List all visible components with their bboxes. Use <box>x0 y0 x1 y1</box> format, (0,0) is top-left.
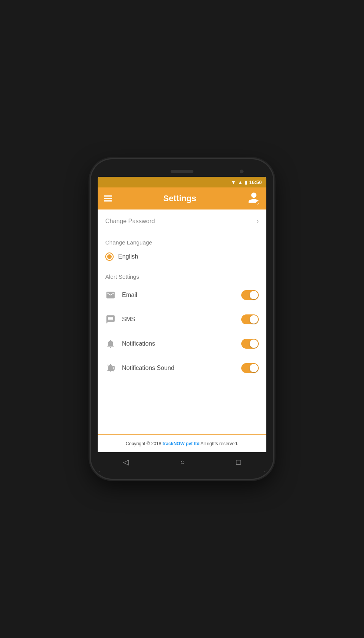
change-password-label: Change Password <box>105 218 155 225</box>
sms-icon <box>105 314 116 325</box>
hamburger-menu-icon[interactable] <box>104 195 112 202</box>
sms-toggle[interactable] <box>241 314 259 324</box>
status-bar: ▼ ▲ ▮ 16:50 <box>98 177 266 187</box>
back-button[interactable]: ◁ <box>123 457 129 467</box>
sms-alert-row: SMS <box>98 307 266 332</box>
content-area: Change Password › Change Language Englis… <box>98 209 266 452</box>
notifications-toggle-knob <box>250 340 258 348</box>
footer-text: Copyright © 2018 trackNOW pvt ltd All ri… <box>126 441 238 446</box>
radio-inner <box>107 254 112 259</box>
bottom-nav: ◁ ○ □ <box>98 452 266 472</box>
notifications-toggle[interactable] <box>241 339 259 349</box>
phone-top-bar <box>98 166 266 177</box>
wifi-icon: ▼ <box>231 179 236 185</box>
battery-icon: ▮ <box>245 179 247 185</box>
notifications-sound-alert-row: Notifications Sound <box>98 356 266 380</box>
notifications-sound-toggle[interactable] <box>241 363 259 373</box>
notification-sound-icon <box>105 363 116 373</box>
change-language-header: Change Language <box>98 233 266 249</box>
change-language-section: Change Language English <box>98 233 266 267</box>
email-alert-left: Email <box>105 290 137 300</box>
signal-icon: ▲ <box>238 179 243 185</box>
notifications-sound-toggle-knob <box>250 364 258 372</box>
phone-camera <box>240 170 244 173</box>
sms-label: SMS <box>122 316 135 323</box>
copyright-text: Copyright © 2018 <box>126 441 163 446</box>
status-time: 16:50 <box>249 179 262 185</box>
notification-icon <box>105 338 116 349</box>
home-button[interactable]: ○ <box>180 458 185 467</box>
brand-name: trackNOW pvt ltd <box>163 441 199 446</box>
profile-check-icon: ✓ <box>256 201 261 206</box>
rights-text: All rights reserved. <box>199 441 238 446</box>
sms-alert-left: SMS <box>105 314 135 325</box>
email-alert-row: Email <box>98 283 266 307</box>
email-toggle-knob <box>250 291 258 299</box>
english-label: English <box>118 253 138 260</box>
chevron-right-icon: › <box>256 217 259 225</box>
svg-point-0 <box>113 367 115 370</box>
phone-speaker <box>171 170 193 173</box>
app-bar: Settings ✓ <box>98 187 266 209</box>
sms-toggle-knob <box>250 315 258 324</box>
phone-frame: ▼ ▲ ▮ 16:50 Settings ✓ <box>91 159 273 479</box>
change-password-section: Change Password › <box>98 209 266 233</box>
footer: Copyright © 2018 trackNOW pvt ltd All ri… <box>98 434 266 452</box>
status-icons: ▼ ▲ ▮ 16:50 <box>231 179 262 185</box>
notifications-sound-left: Notifications Sound <box>105 363 174 373</box>
change-password-row[interactable]: Change Password › <box>98 209 266 233</box>
profile-button[interactable]: ✓ <box>247 191 260 206</box>
email-toggle[interactable] <box>241 290 259 300</box>
notifications-label: Notifications <box>122 340 155 347</box>
notifications-alert-row: Notifications <box>98 332 266 356</box>
english-radio-button[interactable] <box>105 252 114 261</box>
email-label: Email <box>122 292 137 298</box>
phone-screen: ▼ ▲ ▮ 16:50 Settings ✓ <box>98 177 266 472</box>
alert-settings-header: Alert Settings <box>98 267 266 283</box>
notifications-alert-left: Notifications <box>105 338 155 349</box>
content-spacer <box>98 380 266 434</box>
notifications-sound-label: Notifications Sound <box>122 365 174 371</box>
page-title: Settings <box>163 194 196 203</box>
english-language-option[interactable]: English <box>98 249 266 267</box>
email-icon <box>105 290 116 300</box>
recent-apps-button[interactable]: □ <box>236 458 241 467</box>
alert-settings-section: Alert Settings Email <box>98 267 266 380</box>
